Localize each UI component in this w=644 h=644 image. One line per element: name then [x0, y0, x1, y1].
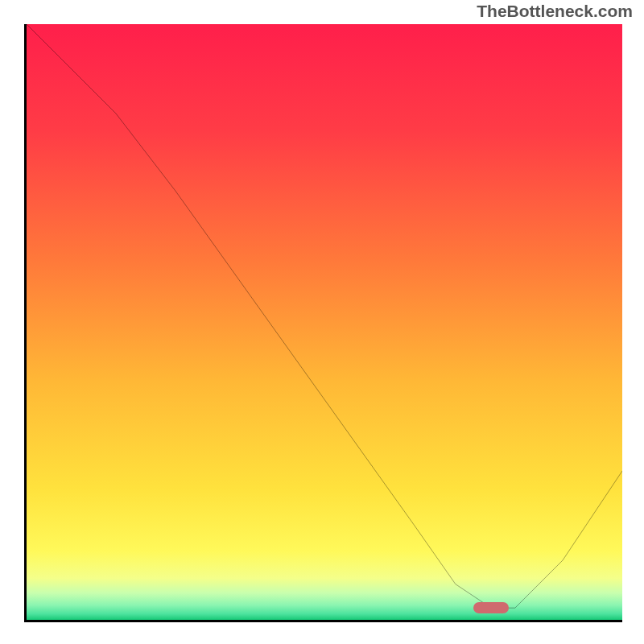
optimal-marker: [473, 602, 509, 613]
chart-container: TheBottleneck.com: [0, 0, 644, 644]
watermark-text: TheBottleneck.com: [477, 2, 633, 21]
bottleneck-curve: [27, 24, 622, 620]
plot-area: [24, 24, 622, 622]
